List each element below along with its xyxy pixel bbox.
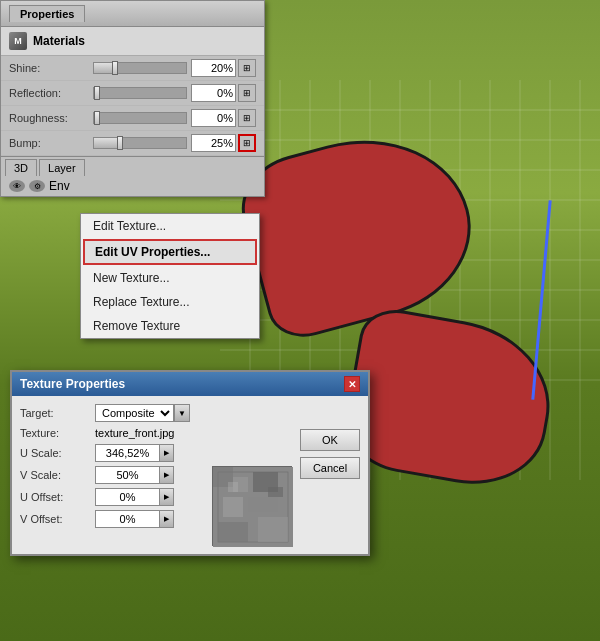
bump-row: Bump: ⊞ <box>1 131 264 156</box>
context-menu: Edit Texture... Edit UV Properties... Ne… <box>80 213 260 339</box>
texture-file-label: Texture: <box>20 427 95 439</box>
shine-slider[interactable] <box>93 62 187 74</box>
menu-item-edit-uv[interactable]: Edit UV Properties... <box>83 239 257 265</box>
properties-tab[interactable]: Properties <box>9 5 85 22</box>
reflection-input[interactable] <box>191 84 236 102</box>
roughness-input[interactable] <box>191 109 236 127</box>
u-offset-row: U Offset: 0% ▶ <box>20 488 204 506</box>
bump-input[interactable] <box>191 134 236 152</box>
ok-button[interactable]: OK <box>300 429 360 451</box>
shine-copy-btn[interactable]: ⊞ <box>238 59 256 77</box>
env-row: 👁 ⚙ Env <box>1 176 264 196</box>
menu-item-replace-texture[interactable]: Replace Texture... <box>81 290 259 314</box>
dialog-titlebar: Texture Properties ✕ <box>12 372 368 396</box>
dialog-right-panel: OK Cancel <box>300 404 360 546</box>
roughness-slider[interactable] <box>93 112 187 124</box>
v-scale-arrow[interactable]: ▶ <box>160 466 174 484</box>
bump-slider[interactable] <box>93 137 187 149</box>
texture-row: Texture: texture_front.jpg <box>20 427 292 439</box>
reflection-label: Reflection: <box>9 87 89 99</box>
u-offset-label: U Offset: <box>20 491 95 503</box>
svg-rect-29 <box>218 522 248 542</box>
u-offset-value[interactable]: 0% <box>95 488 160 506</box>
v-scale-label: V Scale: <box>20 469 95 481</box>
cancel-button[interactable]: Cancel <box>300 457 360 479</box>
u-scale-row: U Scale: 346,52% ▶ <box>20 444 292 462</box>
texture-thumbnail <box>212 466 292 546</box>
target-select[interactable]: Composite <box>95 404 174 422</box>
tab-layer[interactable]: Layer <box>39 159 85 176</box>
materials-header: M Materials <box>1 27 264 56</box>
texture-properties-dialog: Texture Properties ✕ Target: Composite ▼… <box>10 370 370 556</box>
bump-copy-btn[interactable]: ⊞ <box>238 134 256 152</box>
target-dropdown-arrow[interactable]: ▼ <box>174 404 190 422</box>
svg-rect-31 <box>228 482 238 492</box>
reflection-copy-btn[interactable]: ⊞ <box>238 84 256 102</box>
properties-panel: Properties M Materials Shine: ⊞ Reflecti… <box>0 0 265 197</box>
env-label: Env <box>49 179 70 193</box>
v-offset-row: V Offset: 0% ▶ <box>20 510 204 528</box>
u-scale-arrow[interactable]: ▶ <box>160 444 174 462</box>
u-offset-arrow[interactable]: ▶ <box>160 488 174 506</box>
svg-rect-28 <box>248 497 278 512</box>
shine-input[interactable] <box>191 59 236 77</box>
texture-file-value: texture_front.jpg <box>95 427 175 439</box>
u-scale-value[interactable]: 346,52% <box>95 444 160 462</box>
menu-item-edit-texture[interactable]: Edit Texture... <box>81 214 259 238</box>
svg-rect-32 <box>268 487 283 497</box>
svg-rect-27 <box>223 497 243 517</box>
settings-icon[interactable]: ⚙ <box>29 180 45 192</box>
reflection-row: Reflection: ⊞ <box>1 81 264 106</box>
bump-label: Bump: <box>9 137 89 149</box>
v-offset-value[interactable]: 0% <box>95 510 160 528</box>
bottom-tabs: 3D Layer <box>1 156 264 176</box>
v-offset-arrow[interactable]: ▶ <box>160 510 174 528</box>
panel-tabs: Properties <box>9 5 85 22</box>
target-label: Target: <box>20 407 95 419</box>
u-scale-label: U Scale: <box>20 447 95 459</box>
menu-item-remove-texture[interactable]: Remove Texture <box>81 314 259 338</box>
dialog-left-panel: Target: Composite ▼ Texture: texture_fro… <box>20 404 292 546</box>
dialog-close-button[interactable]: ✕ <box>344 376 360 392</box>
materials-label: Materials <box>33 34 85 48</box>
tab-3d[interactable]: 3D <box>5 159 37 176</box>
v-scale-value[interactable]: 50% <box>95 466 160 484</box>
shine-label: Shine: <box>9 62 89 74</box>
materials-icon: M <box>9 32 27 50</box>
dialog-body: Target: Composite ▼ Texture: texture_fro… <box>12 396 368 554</box>
target-row: Target: Composite ▼ <box>20 404 292 422</box>
eye-icon[interactable]: 👁 <box>9 180 25 192</box>
v-scale-row: V Scale: 50% ▶ <box>20 466 204 484</box>
svg-rect-30 <box>258 517 288 542</box>
roughness-copy-btn[interactable]: ⊞ <box>238 109 256 127</box>
dialog-title: Texture Properties <box>20 377 125 391</box>
v-offset-label: V Offset: <box>20 513 95 525</box>
shine-row: Shine: ⊞ <box>1 56 264 81</box>
roughness-row: Roughness: ⊞ <box>1 106 264 131</box>
reflection-slider[interactable] <box>93 87 187 99</box>
panel-titlebar: Properties <box>1 1 264 27</box>
roughness-label: Roughness: <box>9 112 89 124</box>
menu-item-new-texture[interactable]: New Texture... <box>81 266 259 290</box>
